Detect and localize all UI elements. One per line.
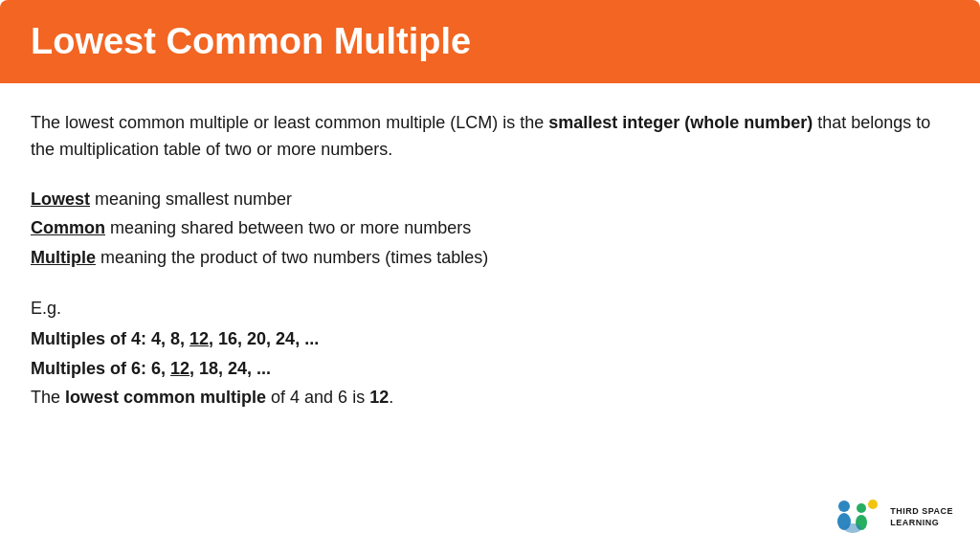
- svg-point-0: [838, 500, 850, 512]
- meaning-multiple: meaning the product of two numbers (time…: [96, 248, 488, 267]
- definition-lowest: Lowest meaning smallest number: [31, 185, 949, 214]
- multiples-6-values: 6,: [151, 359, 170, 378]
- conclusion-part2: of 4 and 6 is: [266, 388, 369, 407]
- page-title: Lowest Common Multiple: [31, 21, 949, 62]
- header: Lowest Common Multiple: [0, 0, 980, 83]
- conclusion-part1: The: [31, 388, 65, 407]
- term-common: Common: [31, 218, 105, 237]
- logo-line2: LEARNING: [890, 518, 953, 529]
- multiples-6-line: Multiples of 6: 6, 12, 18, 24, ...: [31, 354, 949, 384]
- svg-point-2: [857, 503, 866, 513]
- conclusion-line: The lowest common multiple of 4 and 6 is…: [31, 383, 949, 412]
- meaning-common: meaning shared between two or more numbe…: [105, 218, 471, 237]
- logo-line1: THIRD SPACE: [890, 506, 953, 518]
- svg-point-4: [868, 500, 878, 509]
- intro-part1: The lowest common multiple or least comm…: [31, 113, 548, 132]
- eg-label: E.g.: [31, 294, 949, 323]
- definition-multiple: Multiple meaning the product of two numb…: [31, 243, 949, 273]
- multiples-6-highlight: 12: [170, 359, 189, 378]
- conclusion-number: 12: [369, 388, 389, 407]
- svg-point-5: [844, 523, 861, 533]
- multiples-4-values: 4, 8,: [151, 329, 189, 348]
- logo-area: THIRD SPACE LEARNING: [833, 497, 953, 539]
- multiples-4-rest: , 16, 20, 24, ...: [209, 329, 319, 348]
- conclusion-bold: lowest common multiple: [65, 388, 266, 407]
- logo-text: THIRD SPACE LEARNING: [890, 506, 953, 528]
- content-area: The lowest common multiple or least comm…: [0, 83, 980, 556]
- meaning-lowest: meaning smallest number: [90, 189, 292, 209]
- multiples-4-line: Multiples of 4: 4, 8, 12, 16, 20, 24, ..…: [31, 324, 949, 354]
- term-multiple: Multiple: [31, 248, 96, 267]
- card: Lowest Common Multiple The lowest common…: [0, 0, 980, 556]
- tsl-logo-icon: [833, 497, 882, 539]
- term-lowest: Lowest: [31, 189, 90, 209]
- multiples-6-rest: , 18, 24, ...: [189, 359, 271, 378]
- multiples-4-highlight: 12: [189, 329, 209, 348]
- definition-common: Common meaning shared between two or mor…: [31, 213, 949, 243]
- definitions-section: Lowest meaning smallest number Common me…: [31, 185, 949, 273]
- intro-paragraph: The lowest common multiple or least comm…: [31, 110, 949, 164]
- intro-bold: smallest integer (whole number): [548, 113, 813, 132]
- examples-section: E.g. Multiples of 4: 4, 8, 12, 16, 20, 2…: [31, 294, 949, 412]
- multiples-4-label: Multiples of 4:: [31, 329, 151, 348]
- multiples-6-label: Multiples of 6:: [31, 359, 151, 378]
- conclusion-end: .: [389, 388, 393, 407]
